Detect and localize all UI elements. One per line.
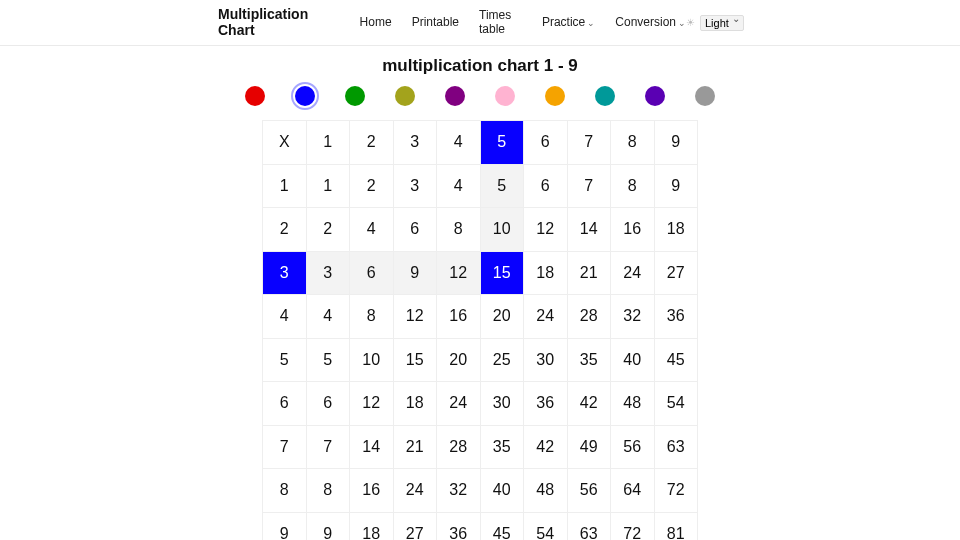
cell-3x5[interactable]: 15: [481, 252, 525, 296]
color-olive[interactable]: [395, 86, 415, 106]
color-purple[interactable]: [445, 86, 465, 106]
col-header-6[interactable]: 6: [524, 121, 568, 165]
cell-8x8[interactable]: 64: [611, 469, 655, 513]
cell-9x2[interactable]: 18: [350, 513, 394, 541]
cell-3x7[interactable]: 21: [568, 252, 612, 296]
col-header-2[interactable]: 2: [350, 121, 394, 165]
cell-5x4[interactable]: 20: [437, 339, 481, 383]
cell-7x3[interactable]: 21: [394, 426, 438, 470]
cell-9x1[interactable]: 9: [307, 513, 351, 541]
cell-3x1[interactable]: 3: [307, 252, 351, 296]
cell-1x5[interactable]: 5: [481, 165, 525, 209]
cell-3x3[interactable]: 9: [394, 252, 438, 296]
color-gray[interactable]: [695, 86, 715, 106]
cell-5x3[interactable]: 15: [394, 339, 438, 383]
color-teal[interactable]: [595, 86, 615, 106]
color-green[interactable]: [345, 86, 365, 106]
cell-8x7[interactable]: 56: [568, 469, 612, 513]
cell-2x8[interactable]: 16: [611, 208, 655, 252]
cell-7x2[interactable]: 14: [350, 426, 394, 470]
cell-4x3[interactable]: 12: [394, 295, 438, 339]
col-header-4[interactable]: 4: [437, 121, 481, 165]
cell-6x6[interactable]: 36: [524, 382, 568, 426]
row-header-2[interactable]: 2: [263, 208, 307, 252]
cell-1x2[interactable]: 2: [350, 165, 394, 209]
cell-6x8[interactable]: 48: [611, 382, 655, 426]
cell-5x2[interactable]: 10: [350, 339, 394, 383]
theme-select[interactable]: Light: [700, 15, 744, 31]
cell-1x6[interactable]: 6: [524, 165, 568, 209]
cell-4x4[interactable]: 16: [437, 295, 481, 339]
cell-2x3[interactable]: 6: [394, 208, 438, 252]
cell-7x6[interactable]: 42: [524, 426, 568, 470]
col-header-7[interactable]: 7: [568, 121, 612, 165]
cell-3x4[interactable]: 12: [437, 252, 481, 296]
cell-3x9[interactable]: 27: [655, 252, 699, 296]
row-header-7[interactable]: 7: [263, 426, 307, 470]
cell-5x7[interactable]: 35: [568, 339, 612, 383]
row-header-8[interactable]: 8: [263, 469, 307, 513]
cell-2x6[interactable]: 12: [524, 208, 568, 252]
cell-5x1[interactable]: 5: [307, 339, 351, 383]
cell-9x5[interactable]: 45: [481, 513, 525, 541]
cell-4x5[interactable]: 20: [481, 295, 525, 339]
cell-4x2[interactable]: 8: [350, 295, 394, 339]
cell-2x2[interactable]: 4: [350, 208, 394, 252]
cell-5x6[interactable]: 30: [524, 339, 568, 383]
cell-8x6[interactable]: 48: [524, 469, 568, 513]
cell-1x9[interactable]: 9: [655, 165, 699, 209]
color-blue[interactable]: [295, 86, 315, 106]
cell-2x4[interactable]: 8: [437, 208, 481, 252]
grid-corner[interactable]: X: [263, 121, 307, 165]
cell-5x8[interactable]: 40: [611, 339, 655, 383]
nav-conversion[interactable]: Conversion ⌄: [615, 8, 686, 36]
cell-1x3[interactable]: 3: [394, 165, 438, 209]
cell-2x5[interactable]: 10: [481, 208, 525, 252]
cell-7x1[interactable]: 7: [307, 426, 351, 470]
cell-9x4[interactable]: 36: [437, 513, 481, 541]
cell-8x4[interactable]: 32: [437, 469, 481, 513]
cell-2x7[interactable]: 14: [568, 208, 612, 252]
row-header-3[interactable]: 3: [263, 252, 307, 296]
cell-4x1[interactable]: 4: [307, 295, 351, 339]
cell-6x9[interactable]: 54: [655, 382, 699, 426]
nav-times-table[interactable]: Times table: [479, 8, 522, 36]
cell-6x1[interactable]: 6: [307, 382, 351, 426]
cell-7x7[interactable]: 49: [568, 426, 612, 470]
cell-6x5[interactable]: 30: [481, 382, 525, 426]
row-header-9[interactable]: 9: [263, 513, 307, 541]
cell-3x6[interactable]: 18: [524, 252, 568, 296]
cell-7x9[interactable]: 63: [655, 426, 699, 470]
nav-printable[interactable]: Printable: [412, 8, 459, 36]
cell-5x5[interactable]: 25: [481, 339, 525, 383]
col-header-1[interactable]: 1: [307, 121, 351, 165]
cell-9x8[interactable]: 72: [611, 513, 655, 541]
col-header-9[interactable]: 9: [655, 121, 699, 165]
cell-8x3[interactable]: 24: [394, 469, 438, 513]
col-header-3[interactable]: 3: [394, 121, 438, 165]
cell-6x3[interactable]: 18: [394, 382, 438, 426]
cell-4x8[interactable]: 32: [611, 295, 655, 339]
cell-1x4[interactable]: 4: [437, 165, 481, 209]
cell-9x6[interactable]: 54: [524, 513, 568, 541]
color-orange[interactable]: [545, 86, 565, 106]
cell-3x2[interactable]: 6: [350, 252, 394, 296]
color-violet[interactable]: [645, 86, 665, 106]
cell-7x4[interactable]: 28: [437, 426, 481, 470]
cell-4x9[interactable]: 36: [655, 295, 699, 339]
row-header-6[interactable]: 6: [263, 382, 307, 426]
cell-2x9[interactable]: 18: [655, 208, 699, 252]
row-header-5[interactable]: 5: [263, 339, 307, 383]
cell-4x7[interactable]: 28: [568, 295, 612, 339]
cell-6x7[interactable]: 42: [568, 382, 612, 426]
cell-8x9[interactable]: 72: [655, 469, 699, 513]
cell-8x5[interactable]: 40: [481, 469, 525, 513]
color-pink[interactable]: [495, 86, 515, 106]
row-header-4[interactable]: 4: [263, 295, 307, 339]
brand[interactable]: Multiplication Chart: [218, 6, 342, 38]
nav-home[interactable]: Home: [360, 8, 392, 36]
row-header-1[interactable]: 1: [263, 165, 307, 209]
cell-6x2[interactable]: 12: [350, 382, 394, 426]
cell-9x9[interactable]: 81: [655, 513, 699, 541]
cell-1x8[interactable]: 8: [611, 165, 655, 209]
